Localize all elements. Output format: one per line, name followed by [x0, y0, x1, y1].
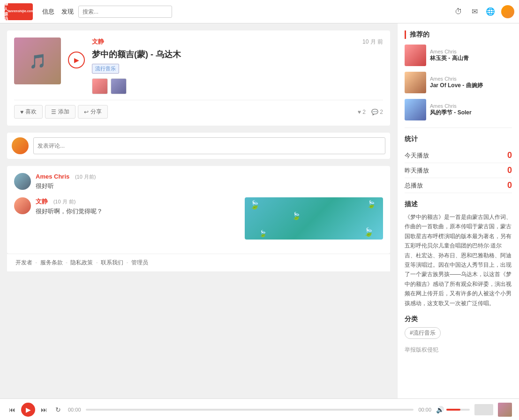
rec-song-3: 风的季节 - Soler — [430, 109, 512, 117]
rec-song-2: Jar Of Love - 曲婉婷 — [430, 82, 512, 90]
comment-avatar-2 — [14, 197, 31, 214]
globe-icon[interactable]: 🌐 — [485, 7, 496, 17]
desc-text: 《梦中的额吉》是一首是由蒙古国人作词、作曲的一首歌曲，原本传唱于蒙古国，蒙古国歌… — [405, 212, 512, 308]
thumbnail-1[interactable] — [92, 78, 108, 94]
footer-tos-link[interactable]: 服务条款 — [40, 259, 63, 266]
logo-text-line1: 懒人源码 — [4, 1, 8, 22]
add-icon: ☰ — [51, 109, 56, 115]
rec-thumb-1 — [405, 45, 426, 66]
comment-input-area — [7, 133, 390, 159]
site-logo: 懒人源码 lanrenshijie.com — [5, 3, 33, 20]
rec-thumb-2 — [405, 72, 426, 93]
action-row: ♥ 喜欢 ☰ 添加 ↩ 分享 ♥ 2 💬 2 — [14, 100, 383, 119]
floating-image-area: 🍃 🍃 🍃 🍃 🍃 — [221, 197, 383, 240]
leaf-3: 🍃 — [259, 230, 267, 237]
footer-privacy-link[interactable]: 隐私政策 — [70, 259, 93, 266]
comment-text-1: 很好听 — [36, 182, 383, 190]
song-meta-row: 文静 10 月 前 — [92, 38, 383, 46]
rec-author-1: Ames Chris — [430, 49, 512, 54]
rec-info-2: Ames Chris Jar Of Love - 曲婉婷 — [430, 76, 512, 90]
share-button[interactable]: ↩ 分享 — [78, 105, 108, 119]
stats-total-value: 0 — [507, 180, 512, 190]
recommend-item-1[interactable]: Ames Chris 林玉英 - 高山青 — [405, 45, 512, 66]
stats-yesterday: 昨天播放 0 — [405, 163, 512, 178]
nav-info[interactable]: 信息 — [42, 8, 54, 16]
like-label: 喜欢 — [25, 108, 37, 116]
right-sidebar: 推荐的 Ames Chris 林玉英 - 高山青 Ames Chris Jar … — [397, 23, 519, 401]
search-input[interactable] — [78, 6, 172, 18]
share-label: 分享 — [90, 108, 102, 116]
add-button[interactable]: ☰ 添加 — [45, 105, 75, 119]
like-count-value: 2 — [362, 109, 366, 115]
heart-count-icon: ♥ 2 — [358, 109, 366, 115]
comment-time-2: (10 月 前) — [53, 199, 76, 204]
player-bar: ⏮ ▶ ⏭ ↻ 00:00 00:00 🔊 — [0, 398, 519, 401]
nav-links: 信息 发现 — [42, 8, 74, 16]
rec-thumb-3 — [405, 99, 426, 120]
nav-discover[interactable]: 发现 — [61, 8, 74, 16]
floating-image-inner: 🍃 🍃 🍃 🍃 🍃 — [245, 197, 383, 240]
comment-item: Ames Chris (10 月前) 很好听 — [14, 173, 383, 190]
mail-icon[interactable]: ✉ — [469, 7, 480, 17]
rec-info-3: Ames Chris 风的季节 - Soler — [430, 103, 512, 117]
stats-yesterday-value: 0 — [507, 165, 512, 175]
like-button[interactable]: ♥ 喜欢 — [14, 105, 43, 119]
clock-icon[interactable]: ⏱ — [453, 7, 464, 17]
category-section: 分类 #流行音乐 — [405, 315, 512, 339]
add-label: 添加 — [58, 108, 69, 116]
stats-today-label: 今天播放 — [405, 151, 429, 160]
thumbnail-2[interactable] — [111, 78, 127, 94]
category-tag[interactable]: #流行音乐 — [405, 327, 441, 339]
footer-admin-link[interactable]: 管理员 — [131, 259, 148, 266]
play-button[interactable]: ▶ — [68, 52, 85, 68]
main-wrapper: 🎵 ▶ 文静 10 月 前 梦中的额吉(蒙) - 乌达木 流行音乐 — [0, 23, 519, 401]
category-title: 分类 — [405, 315, 512, 323]
footer: 开发者 - 服务条款 - 隐私政策 - 联系我们 - 管理员 — [7, 254, 390, 271]
comment-author-2[interactable]: 文静 — [36, 198, 48, 205]
rec-author-2: Ames Chris — [430, 76, 512, 82]
heart-icon: ♥ — [20, 109, 23, 115]
rec-info-1: Ames Chris 林玉英 - 高山青 — [430, 49, 512, 62]
like-count-area: ♥ 2 💬 2 — [358, 109, 383, 115]
comment-time-1: (10 月前) — [75, 174, 96, 180]
song-date: 10 月 前 — [362, 38, 383, 46]
comment-body-2: 文静 (10 月 前) 很好听啊，你们觉得呢？ — [36, 197, 212, 240]
leaf-5: 🍃 — [292, 211, 301, 220]
recommend-title: 推荐的 — [405, 30, 512, 39]
logo-area[interactable]: 懒人源码 lanrenshijie.com — [5, 3, 33, 20]
song-info: 文静 10 月 前 梦中的额吉(蒙) - 乌达木 流行音乐 — [92, 38, 383, 94]
desc-title: 描述 — [405, 200, 512, 209]
recommend-item-2[interactable]: Ames Chris Jar Of Love - 曲婉婷 — [405, 72, 512, 93]
rec-song-1: 林玉英 - 高山青 — [430, 54, 512, 62]
comment-body-1: Ames Chris (10 月前) 很好听 — [36, 173, 383, 190]
stats-section: 统计 今天播放 0 昨天播放 0 总播放 0 — [405, 128, 512, 193]
user-avatar — [12, 137, 29, 154]
comment-author-1[interactable]: Ames Chris — [36, 173, 69, 180]
song-thumbnail: 🎵 — [14, 38, 61, 84]
top-navigation: 懒人源码 lanrenshijie.com 信息 发现 ⏱ ✉ 🌐 — [0, 0, 519, 23]
footer-contact-link[interactable]: 联系我们 — [101, 259, 123, 266]
stats-total: 总播放 0 — [405, 178, 512, 193]
leaf-2: 🍃 — [367, 200, 376, 209]
leaf-4: 🍃 — [363, 227, 374, 237]
song-card: 🎵 ▶ 文静 10 月 前 梦中的额吉(蒙) - 乌达木 流行音乐 — [7, 30, 390, 126]
comment-input[interactable] — [33, 137, 385, 154]
stats-title: 统计 — [405, 135, 512, 143]
comments-section: Ames Chris (10 月前) 很好听 文静 (10 月 前) 很好听啊，… — [7, 166, 390, 254]
desc-section: 描述 《梦中的额吉》是一首是由蒙古国人作词、作曲的一首歌曲，原本传唱于蒙古国，蒙… — [405, 200, 512, 308]
stats-total-label: 总播放 — [405, 181, 423, 190]
left-content: 🎵 ▶ 文静 10 月 前 梦中的额吉(蒙) - 乌达木 流行音乐 — [0, 23, 397, 401]
song-tag: 流行音乐 — [92, 64, 119, 74]
recommend-item-3[interactable]: Ames Chris 风的季节 - Soler — [405, 99, 512, 120]
stats-today: 今天播放 0 — [405, 148, 512, 163]
report-link[interactable]: 举报版权侵犯 — [405, 346, 512, 354]
song-thumb-art: 🎵 — [14, 38, 61, 84]
song-title: 梦中的额吉(蒙) - 乌达木 — [92, 49, 383, 60]
brand-icon[interactable] — [501, 5, 514, 18]
comment-count-icon: 💬 2 — [371, 109, 383, 115]
thumbnail-row — [92, 78, 383, 94]
comment-avatar-1 — [14, 173, 31, 190]
footer-dev-link[interactable]: 开发者 — [15, 259, 32, 266]
comment-item-2: 文静 (10 月 前) 很好听啊，你们觉得呢？ 🍃 🍃 🍃 🍃 🍃 — [14, 197, 383, 240]
singer-name: 文静 — [92, 38, 104, 46]
